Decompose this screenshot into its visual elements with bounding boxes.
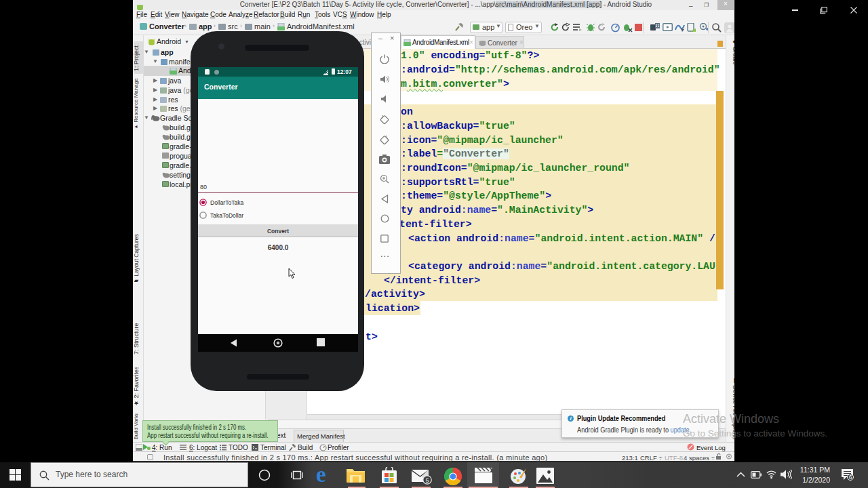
svg-text:6: 6 bbox=[849, 474, 852, 481]
svg-text:5: 5 bbox=[425, 477, 429, 484]
